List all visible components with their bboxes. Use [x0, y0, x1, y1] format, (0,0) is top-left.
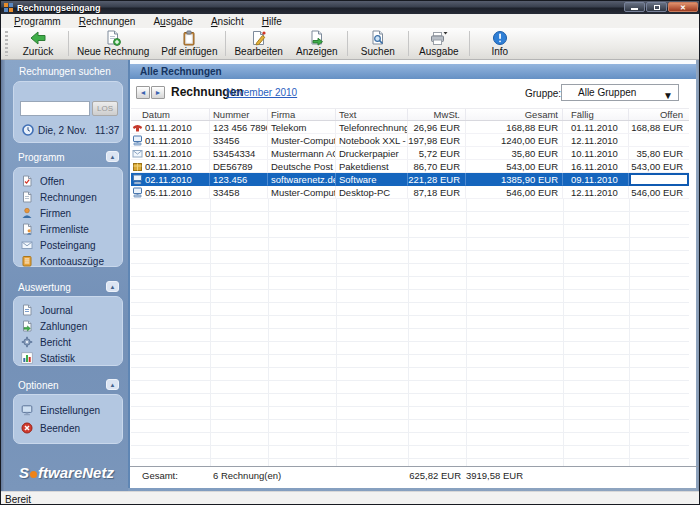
info-icon	[492, 30, 508, 46]
phone-icon	[132, 122, 143, 133]
minimize-button[interactable]	[624, 2, 645, 12]
section-title-optionen: Optionen	[18, 380, 59, 391]
paste-pdf-button[interactable]: Pdf einfügen	[155, 28, 223, 59]
title-bar: Rechnungseingang ✕	[1, 1, 700, 14]
toolbar: Zurück Neue Rechnung Pdf einfügen	[1, 28, 700, 60]
sidebar-item-beenden[interactable]: Beenden	[21, 421, 80, 435]
view-button[interactable]: Anzeigen	[289, 28, 345, 59]
view-header-bar: Alle Rechnungen	[130, 64, 696, 79]
collapse-programm-button[interactable]: ▲	[106, 151, 119, 162]
toolbar-separator	[68, 31, 69, 56]
window-title: Rechnungseingang	[17, 3, 101, 13]
softwarenetz-logo: SftwareNetz	[5, 464, 128, 481]
search-section-title: Rechnungen suchen	[19, 66, 111, 77]
column-header-faellig[interactable]: Fällig	[563, 109, 629, 120]
chevron-up-icon: ▲	[110, 284, 116, 290]
column-header-offen[interactable]: Offen	[629, 109, 689, 120]
chevron-down-icon: ▼	[663, 90, 673, 101]
column-gridline	[563, 199, 564, 466]
sidebar-item-statistik[interactable]: Statistik	[21, 351, 75, 365]
inbox-icon	[21, 239, 33, 251]
sidebar-item-offen[interactable]: Offen	[21, 174, 64, 188]
column-header-nummer[interactable]: Nummer	[210, 109, 268, 120]
totals-row: Gesamt: 6 Rechnung(en) 625,82 EUR 3919,5…	[130, 470, 698, 482]
period-link[interactable]: November 2010	[226, 87, 297, 98]
maximize-button[interactable]	[646, 2, 667, 12]
new-invoice-button[interactable]: Neue Rechnung	[71, 28, 155, 59]
column-header-firma[interactable]: Firma	[268, 109, 336, 120]
menu-rechnungen[interactable]: Rechnungen	[70, 16, 145, 27]
group-select[interactable]: Alle Gruppen ▼	[561, 84, 679, 101]
edit-button[interactable]: Bearbeiten	[228, 28, 288, 59]
toolbar-separator	[408, 31, 409, 56]
table-row[interactable]: 01.11.2010 33456 Muster-Computer Noteboo…	[131, 134, 689, 147]
arrow-left-icon: ◄	[140, 89, 147, 96]
sidebar-item-kontoauszuege[interactable]: Kontoauszüge	[21, 254, 104, 268]
sidebar-item-firmenliste[interactable]: Firmenliste	[21, 222, 89, 236]
companies-icon	[21, 207, 33, 219]
table-row[interactable]: 02.11.2010 DE56789 Deutsche Post Paketdi…	[131, 160, 689, 173]
back-button[interactable]: Zurück	[10, 28, 66, 59]
settings-icon	[21, 404, 33, 416]
table-row[interactable]: 01.11.2010 123 456 7890 Telekom Telefonr…	[131, 121, 689, 134]
chevron-up-icon: ▲	[110, 154, 116, 160]
column-header-text[interactable]: Text	[336, 109, 408, 120]
totals-separator	[130, 466, 698, 467]
clock-icon	[22, 124, 34, 136]
content-area: ◄ ► Rechnungen November 2010 Gruppe: All…	[130, 79, 696, 488]
menu-hilfe[interactable]: Hilfe	[253, 16, 291, 27]
collapse-optionen-button[interactable]: ▲	[106, 379, 119, 390]
table-row-selected[interactable]: 02.11.2010 123.456 softwarenetz.de Softw…	[131, 173, 689, 186]
column-gridline	[408, 199, 409, 466]
sidebar-item-journal[interactable]: Journal	[21, 303, 73, 317]
logo-dot-icon	[30, 471, 37, 478]
mwst-total: 625,82 EUR	[390, 470, 461, 481]
sidebar: Rechnungen suchen LOS Die, 2 Nov. 11:37 …	[5, 60, 128, 491]
exit-icon	[21, 422, 33, 434]
bank-statements-icon	[21, 255, 33, 267]
info-button[interactable]: Info	[472, 28, 528, 59]
column-header-gesamt[interactable]: Gesamt	[466, 109, 563, 120]
section-title-programm: Programm	[18, 152, 65, 163]
menu-ausgabe[interactable]: Ausgabe	[144, 16, 201, 27]
group-label: Gruppe:	[525, 88, 561, 99]
toolbar-separator	[469, 31, 470, 56]
menu-programm[interactable]: Programm	[5, 16, 70, 27]
menu-ansicht[interactable]: Ansicht	[202, 16, 253, 27]
sidebar-item-posteingang[interactable]: Posteingang	[21, 238, 96, 252]
collapse-auswertung-button[interactable]: ▲	[106, 281, 119, 292]
search-button[interactable]: Suchen	[350, 28, 406, 59]
sidebar-item-zahlungen[interactable]: Zahlungen	[21, 319, 87, 333]
search-input[interactable]	[20, 101, 90, 116]
computer-icon	[132, 187, 143, 198]
report-icon	[21, 336, 33, 348]
gesamt-total: 3919,58 EUR	[456, 470, 523, 481]
column-header-mwst[interactable]: MwSt.	[408, 109, 466, 120]
next-month-button[interactable]: ►	[151, 86, 165, 99]
optionen-panel: Einstellungen Beenden	[13, 394, 123, 444]
view-header-title: Alle Rechnungen	[140, 66, 222, 77]
sidebar-item-bericht[interactable]: Bericht	[21, 335, 71, 349]
table-header: Datum Nummer Firma Text MwSt. Gesamt Fäl…	[131, 108, 689, 121]
column-gridline	[210, 199, 211, 466]
app-logo-icon	[4, 3, 13, 12]
column-header-datum[interactable]: Datum	[131, 109, 210, 120]
table-row[interactable]: 01.11.2010 53454334 Mustermann AG Drucke…	[131, 147, 689, 160]
close-icon: ✕	[680, 4, 686, 11]
print-icon	[430, 30, 448, 46]
table-row[interactable]: 05.11.2010 33458 Muster-Computer Desktop…	[131, 186, 689, 199]
statistics-icon	[21, 352, 33, 364]
search-go-button[interactable]: LOS	[92, 101, 118, 116]
sidebar-item-einstellungen[interactable]: Einstellungen	[21, 403, 100, 417]
close-button[interactable]: ✕	[668, 2, 698, 12]
toolbar-separator	[347, 31, 348, 56]
sidebar-item-rechnungen[interactable]: Rechnungen	[21, 190, 97, 204]
print-button[interactable]: Ausgabe	[411, 28, 467, 59]
toolbar-separator	[225, 31, 226, 56]
arrow-right-icon: ►	[155, 89, 162, 96]
window-body: Rechnungen suchen LOS Die, 2 Nov. 11:37 …	[1, 60, 700, 491]
paste-pdf-icon	[181, 30, 197, 46]
previous-month-button[interactable]: ◄	[136, 86, 150, 99]
mail-icon	[132, 148, 143, 159]
sidebar-item-firmen[interactable]: Firmen	[21, 206, 71, 220]
